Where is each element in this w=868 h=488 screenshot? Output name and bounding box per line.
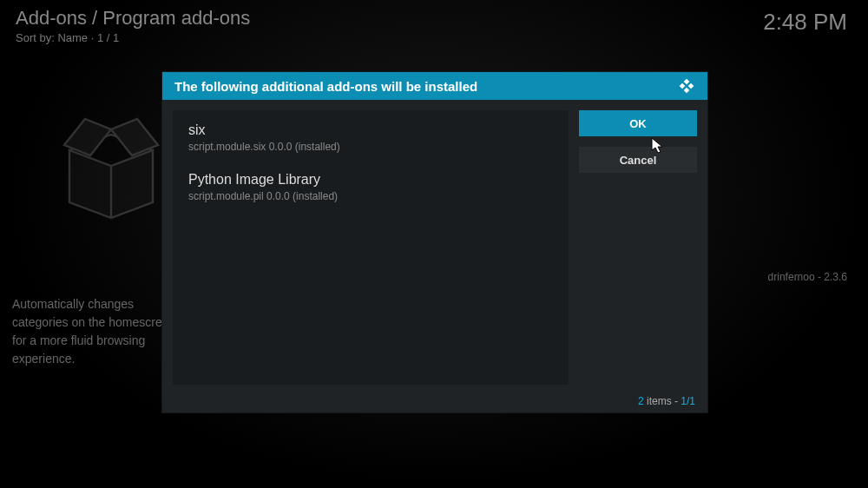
cancel-button[interactable]: Cancel <box>579 147 697 173</box>
dialog-title-bar: The following additional add-ons will be… <box>162 72 707 100</box>
install-dependencies-dialog: The following additional add-ons will be… <box>161 71 708 413</box>
sort-info: Sort by: Name · 1 / 1 <box>16 31 250 44</box>
addons-list: six script.module.six 0.0.0 (installed) … <box>173 110 569 385</box>
addon-name: Python Image Library <box>188 172 553 188</box>
addon-name: six <box>188 122 553 138</box>
addon-description: Automatically changes categories on the … <box>12 295 186 368</box>
item-count: 2 <box>638 395 644 407</box>
dialog-title: The following additional add-ons will be… <box>174 79 477 94</box>
author-version: drinfernoo - 2.3.6 <box>768 271 847 283</box>
addon-item[interactable]: six script.module.six 0.0.0 (installed) <box>188 122 553 153</box>
ok-button[interactable]: OK <box>579 110 697 136</box>
dialog-footer: 2 items - 1/1 <box>638 395 695 407</box>
addon-script: script.module.six 0.0.0 (installed) <box>188 141 553 153</box>
addon-item[interactable]: Python Image Library script.module.pil 0… <box>188 172 553 202</box>
clock: 2:48 PM <box>763 9 847 36</box>
items-label: items - <box>644 395 681 407</box>
addon-script: script.module.pil 0.0.0 (installed) <box>188 190 553 202</box>
breadcrumb: Add-ons / Program add-ons <box>16 7 250 30</box>
addon-box-icon <box>59 109 163 230</box>
page-indicator: 1/1 <box>681 395 695 407</box>
kodi-logo-icon <box>678 77 695 95</box>
